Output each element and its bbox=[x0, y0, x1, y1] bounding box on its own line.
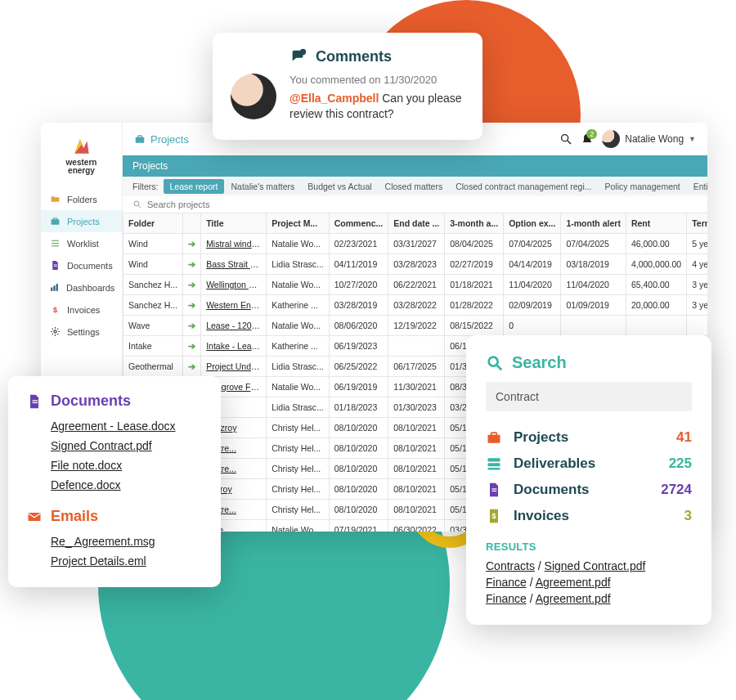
filter-chip[interactable]: Closed contract management regi... bbox=[449, 179, 598, 194]
cell-go[interactable]: ➔ bbox=[183, 295, 201, 316]
col-header[interactable]: Term ▼ bbox=[687, 213, 707, 234]
stat-count: 41 bbox=[676, 429, 692, 446]
result-category[interactable]: Contracts bbox=[486, 559, 535, 572]
cell-go[interactable]: ➔ bbox=[183, 254, 201, 275]
search-card-input[interactable] bbox=[486, 382, 692, 411]
filter-chip[interactable]: Policy management bbox=[599, 179, 687, 194]
search-result[interactable]: Contracts / Signed Contract.pdf bbox=[486, 558, 692, 574]
table-row[interactable]: Wind➔Bass Strait Offshore Win...Lidia St… bbox=[123, 254, 708, 275]
result-category[interactable]: Finance bbox=[486, 592, 527, 605]
filter-chip[interactable]: Lease report bbox=[164, 179, 225, 194]
email-item[interactable]: Re_ Agreement.msg bbox=[51, 532, 203, 551]
search-result[interactable]: Finance / Agreement.pdf bbox=[486, 574, 692, 590]
result-category[interactable]: Finance bbox=[486, 576, 527, 589]
filter-chip[interactable]: Natalie's matters bbox=[224, 179, 301, 194]
cell-title[interactable]: Wellington office bbox=[201, 275, 267, 295]
mail-icon bbox=[26, 509, 43, 525]
stat-row[interactable]: $Invoices3 bbox=[486, 503, 692, 529]
svg-rect-9 bbox=[56, 284, 58, 291]
cell-title[interactable]: Western Energy Retail G... bbox=[201, 295, 267, 316]
nav-item-folders[interactable]: Folders bbox=[41, 188, 122, 210]
cell-title[interactable]: Intake - Lease - Katherin... bbox=[201, 336, 267, 357]
cell-commence: 06/19/2019 bbox=[329, 377, 388, 397]
nav-item-invoices[interactable]: $Invoices bbox=[41, 298, 122, 321]
project-search-input[interactable] bbox=[147, 200, 698, 209]
cell-go[interactable]: ➔ bbox=[183, 275, 201, 295]
table-row[interactable]: Sanchez H...➔Western Energy Retail G...K… bbox=[123, 295, 708, 316]
cell-pm: Katherine ... bbox=[267, 295, 330, 316]
table-row[interactable]: Sanchez H...➔Wellington officeNatalie Wo… bbox=[123, 275, 708, 295]
cell-end: 12/19/2022 bbox=[388, 316, 445, 336]
col-header[interactable]: Title bbox=[201, 213, 267, 234]
email-item[interactable]: Project Details.eml bbox=[51, 551, 203, 571]
table-row[interactable]: Wave➔Lease - 120 Thatcher Ro...Natalie W… bbox=[123, 316, 708, 336]
cell-pm: Christy Hel... bbox=[267, 459, 330, 479]
cell-commence: 08/10/2020 bbox=[329, 438, 388, 459]
document-item[interactable]: Agreement - Lease.docx bbox=[51, 416, 203, 436]
cell-end bbox=[388, 336, 445, 357]
cell-1month: 01/09/2019 bbox=[561, 295, 626, 316]
result-file[interactable]: Signed Contract.pdf bbox=[545, 559, 646, 572]
stat-row[interactable]: Projects41 bbox=[486, 424, 692, 451]
arrow-right-icon: ➔ bbox=[188, 280, 195, 289]
col-header[interactable]: Commenc... bbox=[329, 213, 388, 234]
col-header[interactable] bbox=[183, 213, 201, 234]
search-result[interactable]: Finance / Agreement.pdf bbox=[486, 590, 692, 607]
stat-label: Invoices bbox=[514, 508, 569, 524]
nav-item-settings[interactable]: Settings bbox=[41, 321, 122, 343]
result-file[interactable]: Agreement.pdf bbox=[536, 576, 611, 589]
arrow-right-icon: ➔ bbox=[188, 259, 195, 269]
cell-rent bbox=[626, 316, 686, 336]
user-menu[interactable]: Natalie Wong ▼ bbox=[602, 130, 696, 148]
result-file[interactable]: Agreement.pdf bbox=[536, 592, 611, 605]
filter-chip[interactable]: Closed matters bbox=[379, 179, 450, 194]
logo-line2: energy bbox=[68, 166, 95, 175]
svg-line-23 bbox=[497, 365, 502, 370]
search-icon[interactable] bbox=[559, 132, 572, 146]
filters-row: Filters: Lease reportNatalie's mattersBu… bbox=[123, 177, 707, 196]
col-header[interactable]: Folder bbox=[123, 213, 183, 234]
col-header[interactable]: Project M... bbox=[267, 213, 330, 234]
nav-item-dashboards[interactable]: Dashboards bbox=[41, 276, 122, 298]
table-row[interactable]: Wind➔Mistral wind project TASNatalie Wo.… bbox=[123, 234, 708, 254]
filter-chip[interactable]: Entity management bbox=[687, 179, 707, 194]
cell-go[interactable]: ➔ bbox=[183, 234, 201, 254]
file-icon bbox=[26, 393, 43, 410]
cell-title[interactable]: Bass Strait Offshore Win... bbox=[201, 254, 267, 275]
document-item[interactable]: File note.docx bbox=[51, 455, 203, 475]
mention[interactable]: @Ella_Campbell bbox=[289, 92, 379, 105]
cell-go[interactable]: ➔ bbox=[183, 316, 201, 336]
cell-title[interactable]: Project Underwood bbox=[201, 357, 267, 377]
cell-title[interactable]: Mistral wind project TAS bbox=[201, 234, 267, 254]
breadcrumb[interactable]: Projects bbox=[134, 133, 189, 146]
cell-term bbox=[687, 316, 707, 336]
arrow-right-icon: ➔ bbox=[188, 300, 195, 310]
user-name: Natalie Wong bbox=[625, 133, 684, 145]
stat-row[interactable]: Deliverables225 bbox=[486, 451, 692, 477]
filter-chip[interactable]: Budget vs Actual bbox=[301, 179, 378, 194]
document-item[interactable]: Signed Contract.pdf bbox=[51, 436, 203, 455]
col-header[interactable]: 3-month a... bbox=[445, 213, 504, 234]
cell-rent: 20,000.00 bbox=[626, 295, 686, 316]
svg-point-22 bbox=[489, 357, 498, 366]
nav-item-projects[interactable]: Projects bbox=[41, 210, 122, 232]
stat-row[interactable]: Documents2724 bbox=[486, 477, 692, 503]
project-search[interactable] bbox=[123, 196, 707, 213]
col-header[interactable]: Rent bbox=[626, 213, 686, 234]
col-header[interactable]: Option ex... bbox=[504, 213, 561, 234]
nav-item-worklist[interactable]: Worklist bbox=[41, 232, 122, 254]
notifications-button[interactable]: 2 bbox=[581, 132, 594, 146]
cell-rent: 65,400.00 bbox=[626, 275, 686, 295]
nav-item-documents[interactable]: Documents bbox=[41, 254, 122, 276]
cell-commence: 06/25/2022 bbox=[329, 357, 388, 377]
nav-label: Settings bbox=[67, 327, 100, 337]
document-item[interactable]: Defence.docx bbox=[51, 475, 203, 495]
col-header[interactable]: End date ... bbox=[388, 213, 445, 234]
cell-pm: Lidia Strasc... bbox=[267, 357, 330, 377]
cell-title[interactable]: Lease - 120 Thatcher Ro... bbox=[201, 316, 267, 336]
svg-text:$: $ bbox=[52, 305, 57, 314]
svg-rect-26 bbox=[488, 458, 500, 461]
cell-go[interactable]: ➔ bbox=[183, 336, 201, 357]
cell-go[interactable]: ➔ bbox=[183, 357, 201, 377]
col-header[interactable]: 1-month alert bbox=[561, 213, 626, 234]
